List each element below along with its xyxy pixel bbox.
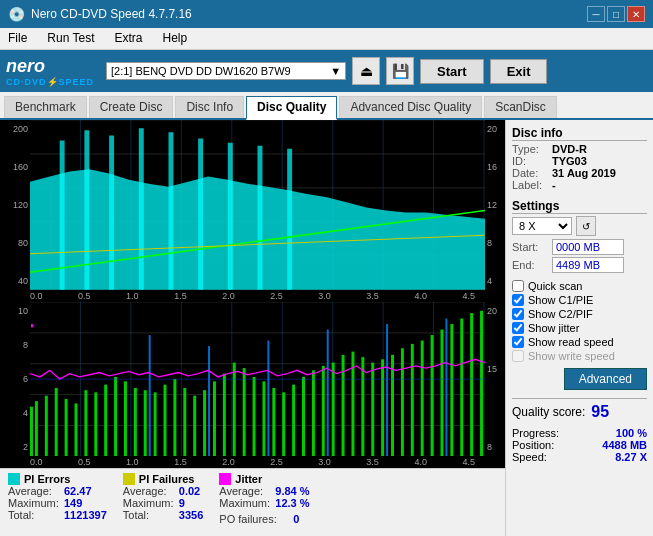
pi-failures-total-row: Total: 3356 bbox=[123, 509, 203, 521]
top-chart-canvas bbox=[30, 120, 485, 290]
y-right-20: 20 bbox=[487, 124, 503, 134]
tab-disc-quality[interactable]: Disc Quality bbox=[246, 96, 337, 120]
y-right-16: 16 bbox=[487, 162, 503, 172]
svg-marker-19 bbox=[139, 128, 144, 289]
minimize-button[interactable]: ─ bbox=[587, 6, 605, 22]
pi-failures-color-box bbox=[123, 473, 135, 485]
svg-rect-87 bbox=[470, 313, 473, 456]
end-row: End: bbox=[512, 257, 647, 273]
show-jitter-checkbox[interactable] bbox=[512, 322, 524, 334]
svg-rect-84 bbox=[440, 329, 443, 456]
tab-scandisc[interactable]: ScanDisc bbox=[484, 96, 557, 118]
svg-rect-83 bbox=[431, 335, 434, 456]
toolbar: nero CD·DVD⚡SPEED [2:1] BENQ DVD DD DW16… bbox=[0, 50, 653, 92]
x-top-3: 3.0 bbox=[318, 291, 331, 301]
svg-rect-44 bbox=[45, 395, 48, 456]
top-chart-x-labels: 0.0 0.5 1.0 1.5 2.0 2.5 3.0 3.5 4.0 4.5 bbox=[0, 290, 505, 302]
logo-cd: CD·DVD⚡SPEED bbox=[6, 77, 94, 87]
svg-rect-61 bbox=[213, 381, 216, 456]
pi-errors-total-label: Total: bbox=[8, 509, 60, 521]
speed-label: Speed: bbox=[512, 451, 547, 463]
svg-rect-73 bbox=[332, 362, 335, 456]
disc-label-row: Label: - bbox=[512, 179, 647, 191]
end-input[interactable] bbox=[552, 257, 624, 273]
show-c2pif-checkbox[interactable] bbox=[512, 308, 524, 320]
bottom-chart-svg bbox=[30, 302, 485, 456]
show-c1pie-checkbox[interactable] bbox=[512, 294, 524, 306]
show-c1pie-row: Show C1/PIE bbox=[512, 294, 647, 306]
speed-select[interactable]: 8 X bbox=[512, 217, 572, 235]
exit-button[interactable]: Exit bbox=[490, 59, 548, 84]
svg-rect-42 bbox=[30, 406, 33, 456]
svg-rect-54 bbox=[144, 390, 147, 456]
svg-marker-22 bbox=[228, 143, 233, 290]
svg-rect-70 bbox=[302, 377, 305, 456]
progress-label: Progress: bbox=[512, 427, 559, 439]
svg-rect-52 bbox=[124, 381, 127, 456]
svg-rect-67 bbox=[272, 388, 275, 456]
logo: nero CD·DVD⚡SPEED bbox=[6, 56, 94, 87]
refresh-button[interactable]: ↺ bbox=[576, 216, 596, 236]
po-failures-label: PO failures: bbox=[219, 513, 289, 525]
jitter-avg-value: 9.84 % bbox=[275, 485, 309, 497]
y-right-8: 8 bbox=[487, 238, 503, 248]
eject-button[interactable]: ⏏ bbox=[352, 57, 380, 85]
svg-rect-55 bbox=[154, 392, 157, 456]
x-top-15: 1.5 bbox=[174, 291, 187, 301]
jitter-avg-row: Average: 9.84 % bbox=[219, 485, 309, 497]
pi-failures-avg-label: Average: bbox=[123, 485, 175, 497]
save-button[interactable]: 💾 bbox=[386, 57, 414, 85]
jitter-avg-label: Average: bbox=[219, 485, 271, 497]
svg-rect-81 bbox=[411, 344, 414, 456]
menu-bar: File Run Test Extra Help bbox=[0, 28, 653, 50]
quality-score-value: 95 bbox=[591, 403, 609, 421]
show-read-speed-checkbox[interactable] bbox=[512, 336, 524, 348]
pi-errors-total-value: 1121397 bbox=[64, 509, 107, 521]
end-label: End: bbox=[512, 259, 548, 271]
menu-run-test[interactable]: Run Test bbox=[43, 30, 98, 47]
close-button[interactable]: ✕ bbox=[627, 6, 645, 22]
progress-section: Progress: 100 % Position: 4488 MB Speed:… bbox=[512, 427, 647, 463]
svg-marker-20 bbox=[168, 132, 173, 289]
tab-create-disc[interactable]: Create Disc bbox=[89, 96, 174, 118]
quick-scan-checkbox[interactable] bbox=[512, 280, 524, 292]
menu-extra[interactable]: Extra bbox=[110, 30, 146, 47]
advanced-button[interactable]: Advanced bbox=[564, 368, 647, 390]
top-chart-y-right: 20 16 12 8 4 bbox=[485, 120, 505, 290]
svg-rect-85 bbox=[450, 324, 453, 456]
bottom-chart-y-right: 20 15 8 bbox=[485, 302, 505, 456]
advanced-btn-container: Advanced bbox=[512, 366, 647, 390]
pi-errors-max-label: Maximum: bbox=[8, 497, 60, 509]
disc-info-title: Disc info bbox=[512, 126, 647, 141]
svg-rect-64 bbox=[243, 368, 246, 456]
maximize-button[interactable]: □ bbox=[607, 6, 625, 22]
tab-benchmark[interactable]: Benchmark bbox=[4, 96, 87, 118]
drive-selector[interactable]: [2:1] BENQ DVD DD DW1620 B7W9 ▼ bbox=[106, 62, 346, 80]
show-write-speed-checkbox[interactable] bbox=[512, 350, 524, 362]
app-title: Nero CD-DVD Speed 4.7.7.16 bbox=[31, 7, 192, 21]
tab-advanced-disc-quality[interactable]: Advanced Disc Quality bbox=[339, 96, 482, 118]
menu-file[interactable]: File bbox=[4, 30, 31, 47]
svg-marker-23 bbox=[258, 146, 263, 290]
tab-disc-info[interactable]: Disc Info bbox=[175, 96, 244, 118]
svg-marker-21 bbox=[198, 139, 203, 290]
progress-row: Progress: 100 % bbox=[512, 427, 647, 439]
menu-help[interactable]: Help bbox=[159, 30, 192, 47]
svg-marker-18 bbox=[109, 135, 114, 289]
quick-scan-label: Quick scan bbox=[528, 280, 582, 292]
start-input[interactable] bbox=[552, 239, 624, 255]
bottom-chart-y-left: 10 8 6 4 2 bbox=[0, 302, 30, 456]
quality-score-row: Quality score: 95 bbox=[512, 398, 647, 421]
svg-rect-56 bbox=[164, 384, 167, 456]
pi-failures-total-label: Total: bbox=[123, 509, 175, 521]
legend-pi-failures-title: PI Failures bbox=[123, 473, 203, 485]
pi-failures-max-row: Maximum: 9 bbox=[123, 497, 203, 509]
svg-rect-95 bbox=[31, 324, 33, 327]
legend-area: PI Errors Average: 62.47 Maximum: 149 To… bbox=[0, 468, 505, 536]
show-c2pif-row: Show C2/PIF bbox=[512, 308, 647, 320]
start-button[interactable]: Start bbox=[420, 59, 484, 84]
disc-info-section: Disc info Type: DVD-R ID: TYG03 Date: 31… bbox=[512, 126, 647, 191]
top-chart-y-left: 200 160 120 80 40 bbox=[0, 120, 30, 290]
title-bar-left: 💿 Nero CD-DVD Speed 4.7.7.16 bbox=[8, 6, 192, 22]
position-label: Position: bbox=[512, 439, 554, 451]
